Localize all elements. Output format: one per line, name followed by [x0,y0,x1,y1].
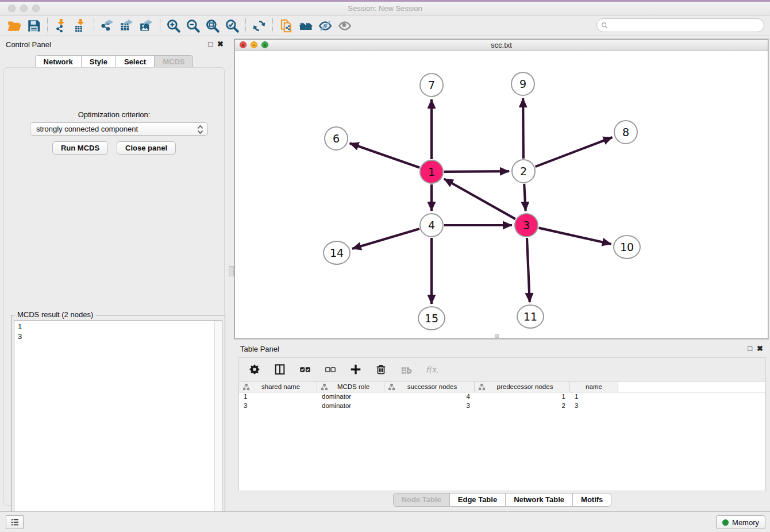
edge-3-10[interactable] [538,228,611,244]
zoom-out-icon[interactable] [183,17,203,34]
delete-column-icon[interactable] [372,361,390,377]
toolbar-icon-group [5,17,355,34]
criterion-select[interactable]: strongly connected component [30,122,208,136]
memory-button[interactable]: Memory [716,515,765,529]
splitter-grip[interactable] [229,266,234,276]
hide-graphics-details-icon[interactable] [315,17,335,34]
close-panel-icon[interactable]: ✖ [217,40,224,48]
tab-motifs[interactable]: Motifs [573,493,611,507]
float-panel-icon[interactable]: □ [208,40,213,48]
search-icon [600,21,609,30]
import-network-icon[interactable] [51,17,71,34]
node-table: shared nameMCDS rolesuccessor nodesprede… [238,381,766,491]
edge-4-14[interactable] [352,229,419,249]
graph-node-8[interactable]: 8 [614,120,638,144]
control-panel-title: Control Panel [6,40,51,49]
tree-icon [321,383,328,392]
cell-MCDS-role[interactable]: dominator [317,392,384,402]
graph-node-3[interactable]: 3 [514,213,538,237]
view-resize-handle[interactable] [495,334,499,338]
panel-splitter[interactable] [228,36,234,511]
save-icon[interactable] [24,17,44,34]
zoom-selected-icon[interactable] [222,17,242,34]
search-input[interactable] [609,21,764,29]
float-table-panel-icon[interactable]: □ [748,344,752,353]
cell-successor-nodes[interactable]: 3 [384,402,475,411]
column-header-name[interactable]: name [570,381,618,392]
graph-node-10[interactable]: 10 [613,235,641,259]
export-network-icon[interactable] [98,17,117,34]
show-graphics-details-icon[interactable] [335,17,355,34]
cell-successor-nodes[interactable]: 4 [384,392,475,402]
column-header-successor-nodes[interactable]: successor nodes [384,381,475,392]
graph-node-2[interactable]: 2 [511,159,536,183]
refresh-icon[interactable] [249,17,269,34]
cell-predecessor-nodes[interactable]: 2 [475,402,570,411]
close-table-panel-icon[interactable]: ✖ [757,344,763,353]
tab-edge-table[interactable]: Edge Table [450,493,506,507]
graph-node-6[interactable]: 6 [324,126,348,151]
network-view-title: scc.txt [235,41,768,49]
tab-node-table[interactable]: Node Table [393,493,450,507]
task-history-button[interactable] [6,515,24,529]
network-window-titlebar[interactable]: × − + scc.txt [235,40,768,51]
graph-node-14[interactable]: 14 [323,241,351,265]
zoom-fit-icon[interactable] [203,17,222,34]
table-panel-buttons: □ ✖ [748,344,763,353]
cell-predecessor-nodes[interactable]: 1 [475,392,570,402]
tree-icon [388,383,395,392]
deselect-all-icon[interactable] [322,361,339,377]
graph-node-1[interactable]: 1 [419,160,444,184]
edge-2-3[interactable] [524,184,526,211]
run-mcds-button[interactable]: Run MCDS [52,141,108,155]
application-window: Session: New Session Control Panel □ ✖ N… [0,0,770,532]
edge-2-9[interactable] [523,98,523,159]
graph-node-15[interactable]: 15 [418,306,445,330]
edge-3-11[interactable] [527,238,530,302]
duplicate-network-icon[interactable] [276,17,296,34]
export-table-icon[interactable] [117,17,137,34]
graph-node-9[interactable]: 9 [511,72,535,96]
tree-icon [242,383,250,392]
add-column-icon[interactable] [347,361,364,377]
tab-network-table[interactable]: Network Table [506,493,573,507]
mcds-result-title: MCDS result (2 nodes) [15,310,95,319]
column-header-shared-name[interactable]: shared name [239,381,317,392]
cell-name[interactable]: 3 [570,402,618,411]
memory-status-icon [722,519,729,526]
open-folder-icon[interactable] [5,17,24,34]
graph-node-4[interactable]: 4 [419,213,444,237]
main-titlebar: Session: New Session [0,2,770,16]
criterion-value: strongly connected component [36,125,138,133]
mcds-result-list[interactable]: 1 3 [14,320,222,529]
edge-1-6[interactable] [350,143,420,167]
home-icon[interactable] [296,17,315,34]
table-header-row: shared nameMCDS rolesuccessor nodesprede… [239,381,765,392]
edge-1-2[interactable] [444,171,509,172]
edge-2-8[interactable] [536,137,613,167]
zoom-in-icon[interactable] [164,17,183,34]
cell-MCDS-role[interactable]: dominator [317,402,384,411]
cell-name[interactable]: 1 [570,392,618,402]
select-all-icon[interactable] [297,361,314,377]
cell-shared-name[interactable]: 3 [239,402,317,411]
toolbar-separator [47,18,48,33]
search-box[interactable] [596,18,764,32]
edge-3-1[interactable] [444,179,515,219]
cell-shared-name[interactable]: 1 [239,392,317,402]
export-image-icon[interactable] [137,17,156,34]
result-scrollbar[interactable] [214,321,222,529]
optimization-criterion-label: Optimization criterion: [4,110,224,119]
control-panel-buttons: □ ✖ [208,40,224,48]
close-panel-button[interactable]: Close panel [117,141,176,155]
settings-gear-icon[interactable] [246,361,263,377]
import-table-icon[interactable] [71,17,90,34]
column-header-predecessor-nodes[interactable]: predecessor nodes [475,381,570,392]
table-row[interactable]: 1dominator411 [239,392,765,402]
graph-node-7[interactable]: 7 [419,73,444,97]
graph-node-11[interactable]: 11 [517,304,544,329]
column-header-MCDS-role[interactable]: MCDS role [317,381,384,392]
table-row[interactable]: 3dominator323 [239,402,765,411]
network-canvas[interactable]: 7968124314101511 [235,51,768,338]
split-panel-icon[interactable] [271,361,288,377]
